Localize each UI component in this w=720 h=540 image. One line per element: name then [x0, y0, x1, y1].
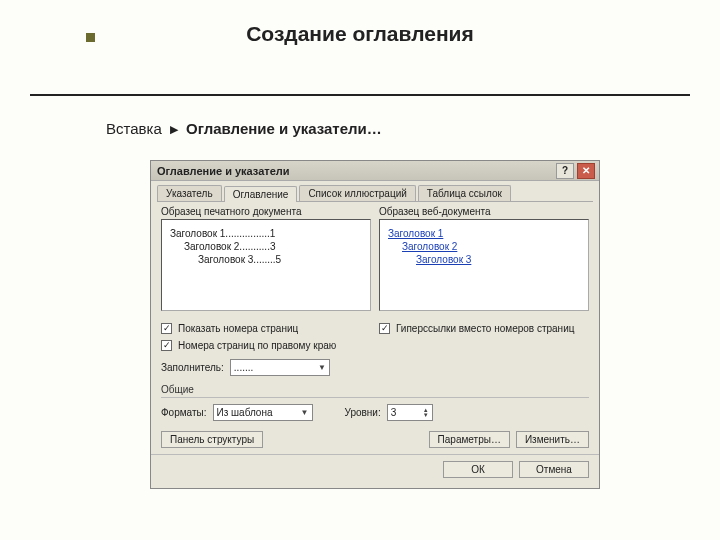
tab-toc[interactable]: Оглавление: [224, 186, 298, 202]
breadcrumb-item: Оглавление и указатели…: [186, 120, 382, 137]
tab-index[interactable]: Указатель: [157, 185, 222, 201]
web-link[interactable]: Заголовок 3: [416, 254, 471, 265]
print-preview: Заголовок 1................1 Заголовок 2…: [161, 219, 371, 311]
option-label: Номера страниц по правому краю: [178, 340, 336, 351]
tab-authorities[interactable]: Таблица ссылок: [418, 185, 511, 201]
checkbox-icon: ✓: [161, 340, 172, 351]
slide-divider: [30, 94, 690, 96]
dialog-footer: ОК Отмена: [151, 454, 599, 488]
right-align-option[interactable]: ✓ Номера страниц по правому краю: [161, 340, 371, 351]
dialog-body: Образец печатного документа Заголовок 1.…: [151, 202, 599, 454]
web-preview: Заголовок 1 Заголовок 2 Заголовок 3: [379, 219, 589, 311]
outline-panel-button[interactable]: Панель структуры: [161, 431, 263, 448]
web-link[interactable]: Заголовок 2: [402, 241, 457, 252]
toc-dialog: Оглавление и указатели ? ✕ Указатель Огл…: [150, 160, 600, 489]
format-combo[interactable]: Из шаблона ▼: [213, 404, 313, 421]
format-label: Форматы:: [161, 407, 207, 418]
parameters-button[interactable]: Параметры…: [429, 431, 510, 448]
checkbox-icon: ✓: [161, 323, 172, 334]
help-button[interactable]: ?: [556, 163, 574, 179]
spinner-arrows-icon: ▲▼: [423, 408, 429, 418]
breadcrumb: Вставка ▶ Оглавление и указатели…: [106, 120, 382, 137]
show-page-numbers-option[interactable]: ✓ Показать номера страниц: [161, 323, 371, 334]
cancel-button[interactable]: Отмена: [519, 461, 589, 478]
section-general: Общие: [161, 384, 589, 395]
ok-button[interactable]: ОК: [443, 461, 513, 478]
web-preview-label: Образец веб-документа: [379, 206, 589, 219]
option-label: Гиперссылки вместо номеров страниц: [396, 323, 574, 334]
filler-combo[interactable]: ....... ▼: [230, 359, 330, 376]
chevron-down-icon: ▼: [301, 408, 309, 417]
web-link[interactable]: Заголовок 1: [388, 228, 443, 239]
option-label: Показать номера страниц: [178, 323, 298, 334]
close-button[interactable]: ✕: [577, 163, 595, 179]
dialog-titlebar: Оглавление и указатели ? ✕: [151, 161, 599, 181]
filler-label: Заполнитель:: [161, 362, 224, 373]
modify-button[interactable]: Изменить…: [516, 431, 589, 448]
hyperlinks-option[interactable]: ✓ Гиперссылки вместо номеров страниц: [379, 323, 589, 334]
chevron-down-icon: ▼: [318, 363, 326, 372]
spinner-value: 3: [391, 407, 397, 418]
print-preview-label: Образец печатного документа: [161, 206, 371, 219]
combo-value: .......: [234, 362, 253, 373]
levels-label: Уровни:: [345, 407, 381, 418]
combo-value: Из шаблона: [217, 407, 273, 418]
tab-illustrations[interactable]: Список иллюстраций: [299, 185, 415, 201]
tab-strip: Указатель Оглавление Список иллюстраций …: [151, 181, 599, 201]
levels-spinner[interactable]: 3 ▲▼: [387, 404, 433, 421]
checkbox-icon: ✓: [379, 323, 390, 334]
dialog-title: Оглавление и указатели: [157, 165, 290, 177]
breadcrumb-item: Вставка: [106, 120, 162, 137]
triangle-right-icon: ▶: [170, 123, 178, 136]
slide-title: Создание оглавления: [0, 22, 720, 46]
